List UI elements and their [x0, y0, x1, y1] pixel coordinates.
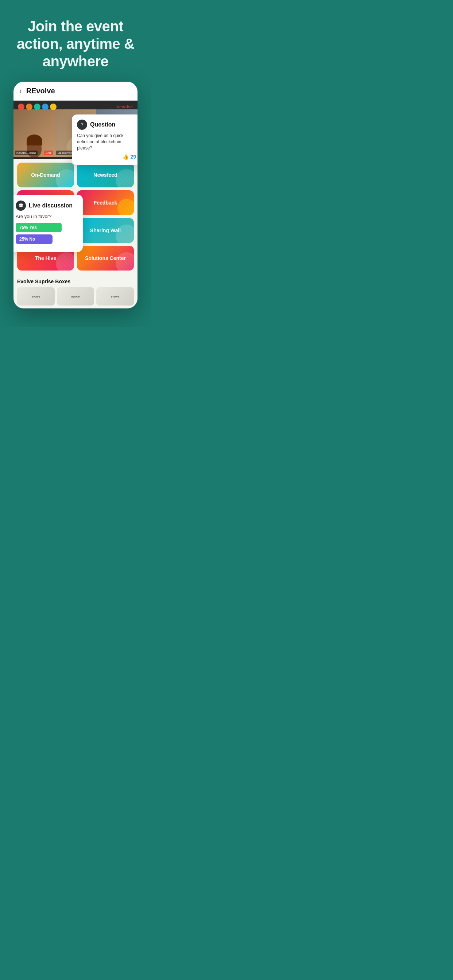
solutions-center-button[interactable]: Solutions Center [77, 246, 134, 270]
evolve-boxes-section: Evolve Suprise Boxes evolve evolve evolv… [13, 274, 137, 309]
dot-red [18, 103, 24, 110]
popup-likes: 👍 29 [77, 154, 136, 160]
sharing-wall-button[interactable]: Sharing Wall [77, 218, 134, 243]
dot-blue [42, 103, 48, 110]
live-question: Are you in favor? [16, 214, 77, 219]
feedback-label: Feedback [94, 200, 118, 205]
hero-section: Join the event action, anytime & anywher… [0, 0, 151, 82]
popup-header: ? Question [77, 119, 136, 130]
live-icon: 💬 [16, 200, 26, 211]
box-text-2: evolve [71, 295, 80, 298]
question-icon: ? [77, 119, 87, 130]
box-item-3: evolve [96, 287, 134, 305]
dot-yellow [50, 103, 57, 110]
video-label-1: KeneisL...liams [15, 151, 38, 155]
live-header: 💬 Live discussion [16, 200, 77, 211]
popup-title: Question [90, 121, 115, 128]
app-header: ‹ REvolve [13, 82, 137, 100]
box-text-1: evolve [32, 295, 40, 298]
boxes-row: evolve evolve evolve [17, 287, 134, 305]
boxes-title: Evolve Suprise Boxes [17, 278, 134, 285]
newsfeed-label: Newsfeed [93, 172, 117, 178]
phone-wrapper: ‹ REvolve cevolve [0, 82, 151, 323]
on-demand-button[interactable]: On-Demand [17, 162, 74, 188]
face-hair-1 [27, 135, 42, 145]
box-text-3: evolve [111, 295, 119, 298]
sharing-wall-label: Sharing Wall [90, 228, 121, 233]
video-top-bar: cevolve [13, 100, 137, 113]
box-item-2: evolve [57, 287, 94, 305]
live-title: Live discussion [29, 202, 73, 209]
live-badge: Live [44, 151, 53, 155]
feedback-button[interactable]: Feedback [77, 190, 134, 215]
poll-yes-bar: 75% Yes [16, 223, 62, 232]
thumbs-up-icon: 👍 [123, 154, 129, 160]
poll-no-bar: 25% No [16, 234, 53, 244]
hero-title: Join the event action, anytime & anywher… [9, 18, 142, 70]
btn-stripe [117, 162, 134, 188]
newsfeed-button[interactable]: Newsfeed [77, 162, 134, 188]
video-dots [18, 103, 57, 110]
the-hive-label: The Hive [35, 255, 56, 261]
dot-teal [34, 103, 40, 110]
btn-stripe [117, 190, 134, 215]
likes-count: 29 [130, 154, 136, 160]
video-cell-1: KeneisL...liams Live [13, 110, 55, 157]
question-popup: ? Question Can you give us a quick defin… [72, 115, 137, 165]
dot-orange [26, 103, 32, 110]
box-item-1: evolve [17, 287, 55, 305]
popup-text: Can you give us a quick definition of bl… [77, 133, 136, 151]
live-discussion-popup: 💬 Live discussion Are you in favor? 75% … [13, 195, 83, 252]
back-button[interactable]: ‹ [19, 87, 22, 95]
phone-frame: ‹ REvolve cevolve [13, 82, 137, 309]
app-title: REvolve [26, 87, 55, 95]
solutions-center-label: Solutions Center [85, 255, 126, 261]
on-demand-label: On-Demand [31, 172, 60, 178]
evolve-logo: cevolve [117, 105, 133, 109]
